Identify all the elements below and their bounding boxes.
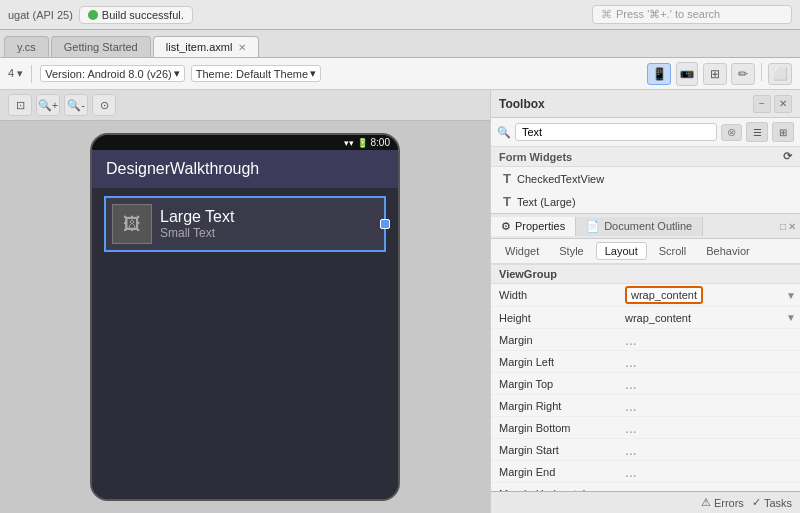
prop-name-height: Height <box>491 309 621 327</box>
margin-left-dots: ... <box>625 354 637 370</box>
zoom-reset-btn[interactable]: ⊙ <box>92 94 116 116</box>
tablet-btn[interactable]: ⬜ <box>768 63 792 85</box>
list-item-texts: Large Text Small Text <box>160 208 378 240</box>
version-label: Version: Android 8.0 (v26) <box>45 68 172 80</box>
toolbox-item-text-large[interactable]: T Text (Large) <box>491 190 800 213</box>
tab-label: y.cs <box>17 41 36 53</box>
toolbar-separator <box>31 65 32 83</box>
toolbox-expand-icon[interactable]: ⟳ <box>783 150 792 163</box>
theme-select[interactable]: Theme: Default Theme ▾ <box>191 65 321 82</box>
version-select[interactable]: Version: Android 8.0 (v26) ▾ <box>40 65 185 82</box>
viewgroup-section-header: ViewGroup <box>491 264 800 284</box>
tasks-btn[interactable]: ✓ Tasks <box>752 496 792 509</box>
prop-row-height: Height wrap_content ▼ <box>491 307 800 329</box>
prop-row-margin-start: Margin Start ... <box>491 439 800 461</box>
image-placeholder-icon: 🖼 <box>123 214 141 235</box>
toolbox-list-view-btn[interactable]: ☰ <box>746 122 768 142</box>
prop-close-btn[interactable]: ✕ <box>788 221 796 232</box>
toolbox-minimize-btn[interactable]: − <box>753 95 771 113</box>
document-outline-icon: 📄 <box>586 220 600 233</box>
resize-handle[interactable] <box>380 219 390 229</box>
theme-label: Theme: Default Theme <box>196 68 308 80</box>
tab-getting-started[interactable]: Getting Started <box>51 36 151 57</box>
search-icon: ⌘ <box>601 8 612 21</box>
top-bar-left: ugat (API 25) Build successful. <box>8 6 193 24</box>
widget-tab-scroll-label: Scroll <box>659 245 687 257</box>
build-status-text: Build successful. <box>102 9 184 21</box>
toolbox-close-btn[interactable]: ✕ <box>774 95 792 113</box>
errors-btn[interactable]: ⚠ Errors <box>701 496 744 509</box>
app-header: DesignerWalkthrough <box>92 150 398 188</box>
zoom-in-btn[interactable]: 🔍+ <box>36 94 60 116</box>
tab-label: Getting Started <box>64 41 138 53</box>
prop-name-margin-bottom: Margin Bottom <box>491 419 621 437</box>
tab-close-icon[interactable]: ✕ <box>238 42 246 53</box>
prop-value-width[interactable]: wrap_content ▼ <box>621 284 800 306</box>
designer-subtoolbar: ⊡ 🔍+ 🔍- ⊙ <box>0 90 490 121</box>
tabs-bar: y.cs Getting Started list_item.axml ✕ <box>0 30 800 58</box>
app-title: DesignerWalkthrough <box>106 160 259 177</box>
toolbox-search-clear[interactable]: ⊗ <box>721 124 742 141</box>
pen-btn[interactable]: ✏ <box>731 63 755 85</box>
layout-btn[interactable]: ⊞ <box>703 63 727 85</box>
widget-tab-layout[interactable]: Layout <box>596 242 647 260</box>
margin-end-dots: ... <box>625 464 637 480</box>
zoom-out-btn[interactable]: 🔍- <box>64 94 88 116</box>
margin-top-dots: ... <box>625 376 637 392</box>
small-text: Small Text <box>160 226 378 240</box>
prop-value-margin-left: ... <box>621 352 800 372</box>
checked-text-view-icon: T <box>503 171 511 186</box>
global-search[interactable]: ⌘ Press '⌘+.' to search <box>592 5 792 24</box>
build-dot <box>88 10 98 20</box>
main-area: ⊡ 🔍+ 🔍- ⊙ ▾▾ 🔋 8:00 DesignerWalkthrough <box>0 90 800 513</box>
prop-name-margin-top: Margin Top <box>491 375 621 393</box>
prop-name-width: Width <box>491 286 621 304</box>
bottom-bar: ⚠ Errors ✓ Tasks <box>491 491 800 513</box>
list-item-container[interactable]: 🖼 Large Text Small Text <box>104 196 386 252</box>
prop-name-margin-left: Margin Left <box>491 353 621 371</box>
widget-tab-widget-label: Widget <box>505 245 539 257</box>
app-name-label: ugat (API 25) <box>8 9 73 21</box>
errors-label: Errors <box>714 497 744 509</box>
toolbox-search-input[interactable] <box>515 123 717 141</box>
tab-document-outline[interactable]: 📄 Document Outline <box>576 217 703 236</box>
prop-name-margin-right: Margin Right <box>491 397 621 415</box>
width-arrow[interactable]: ▼ <box>786 290 796 301</box>
toolbox-grid-view-btn[interactable]: ⊞ <box>772 122 794 142</box>
prop-name-margin: Margin <box>491 331 621 349</box>
tab-y-cs[interactable]: y.cs <box>4 36 49 57</box>
prop-value-margin-bottom: ... <box>621 418 800 438</box>
widget-tab-style[interactable]: Style <box>551 243 591 259</box>
margin-right-dots: ... <box>625 398 637 414</box>
properties-table: ViewGroup Width wrap_content ▼ Height wr… <box>491 264 800 491</box>
prop-doc-controls: □ ✕ <box>780 221 800 232</box>
time-display: 8:00 <box>371 137 390 148</box>
right-panel: Toolbox − ✕ 🔍 ⊗ ☰ ⊞ Form Widgets ⟳ T Che… <box>490 90 800 513</box>
prop-value-margin-start: ... <box>621 440 800 460</box>
toolbox-search-bar: 🔍 ⊗ ☰ ⊞ <box>491 118 800 147</box>
phone-portrait-btn[interactable]: 📱 <box>647 63 671 85</box>
widget-tab-scroll[interactable]: Scroll <box>651 243 695 259</box>
version-arrow: ▾ <box>174 67 180 80</box>
toolbox-item-checkedtextview[interactable]: T CheckedTextView <box>491 167 800 190</box>
prop-row-margin-right: Margin Right ... <box>491 395 800 417</box>
prop-value-margin-right: ... <box>621 396 800 416</box>
tab-list-item-axml[interactable]: list_item.axml ✕ <box>153 36 260 57</box>
version-number: 4 ▾ <box>8 67 23 80</box>
tab-label: list_item.axml <box>166 41 233 53</box>
status-icons: ▾▾ 🔋 8:00 <box>344 137 390 148</box>
prop-name-margin-start: Margin Start <box>491 441 621 459</box>
tab-properties[interactable]: ⚙ Properties <box>491 217 576 236</box>
properties-icon: ⚙ <box>501 220 511 233</box>
prop-minimize-btn[interactable]: □ <box>780 221 786 232</box>
prop-value-height[interactable]: wrap_content ▼ <box>621 310 800 326</box>
toolbar-sep2 <box>761 63 762 81</box>
height-arrow[interactable]: ▼ <box>786 312 796 323</box>
phone-landscape-btn[interactable]: 📱 <box>676 62 698 86</box>
tasks-icon: ✓ <box>752 496 761 509</box>
prop-row-margin-top: Margin Top ... <box>491 373 800 395</box>
zoom-fit-btn[interactable]: ⊡ <box>8 94 32 116</box>
form-widgets-label: Form Widgets <box>499 151 572 163</box>
widget-tab-behavior[interactable]: Behavior <box>698 243 757 259</box>
widget-tab-widget[interactable]: Widget <box>497 243 547 259</box>
